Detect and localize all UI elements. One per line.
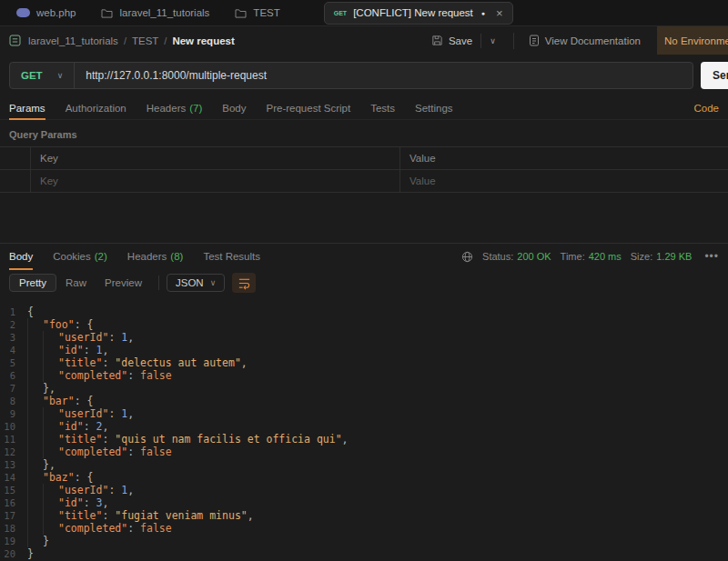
breadcrumb-collection[interactable]: laravel_11_tutorials — [28, 35, 118, 46]
line-number: 3 — [0, 331, 27, 344]
url-input[interactable] — [75, 69, 693, 82]
raw-button[interactable]: Raw — [56, 275, 96, 291]
request-builder: GET ∨ Send — [0, 55, 728, 96]
request-header-row: laravel_11_tutorials / TEST / New reques… — [0, 26, 728, 55]
tab-response-body[interactable]: Body — [9, 244, 33, 269]
unsaved-dot-icon: ● — [481, 10, 485, 16]
row-select-cell[interactable] — [0, 170, 31, 192]
folder-icon — [235, 8, 247, 18]
key-input[interactable] — [40, 175, 399, 186]
response-meta: Status: 200 OK Time: 420 ms Size: 1.29 K… — [461, 250, 719, 263]
tab-new-request-active[interactable]: GET [CONFLICT] New request ● × — [324, 2, 513, 25]
line-number: 15 — [0, 484, 27, 496]
value-input[interactable] — [410, 175, 728, 186]
code-line: 14"baz": { — [0, 471, 728, 484]
line-number: 10 — [0, 420, 27, 433]
code-link[interactable]: Code — [694, 103, 720, 114]
php-icon — [16, 8, 30, 17]
line-number: 12 — [0, 446, 27, 458]
wrap-lines-toggle[interactable] — [232, 273, 256, 293]
code-line: 10"id": 2, — [0, 420, 728, 433]
chevron-down-icon: ∨ — [210, 278, 217, 287]
tab-label: [CONFLICT] New request — [353, 7, 473, 18]
time-value: 420 ms — [589, 251, 622, 262]
code-line: 9"userId": 1, — [0, 407, 728, 420]
tab-laravel-11-tutorials[interactable]: laravel_11_tutorials — [88, 0, 222, 25]
tab-headers[interactable]: Headers(7) — [147, 96, 203, 119]
tab-label: TEST — [253, 7, 279, 18]
tab-test[interactable]: TEST — [222, 0, 292, 25]
line-number: 5 — [0, 356, 27, 369]
code-line: 13}, — [0, 458, 728, 471]
code-line: 8"bar": { — [0, 395, 728, 407]
status-value: 200 OK — [517, 251, 551, 262]
line-number: 7 — [0, 382, 27, 395]
breadcrumb-request-name[interactable]: New request — [172, 35, 234, 46]
save-button[interactable]: Save — [423, 35, 480, 46]
code-line: 12"completed": false — [0, 446, 728, 458]
value-column-header: Value — [400, 147, 728, 169]
tab-web-php[interactable]: web.php — [4, 0, 88, 25]
line-number: 8 — [0, 395, 27, 407]
tab-body[interactable]: Body — [222, 96, 246, 119]
chevron-down-icon: ∨ — [57, 71, 64, 80]
save-icon — [431, 35, 443, 46]
environment-selector[interactable]: No Environment — [657, 26, 728, 55]
pretty-button[interactable]: Pretty — [9, 274, 56, 292]
get-method-icon: GET — [334, 10, 347, 16]
folder-icon — [101, 8, 113, 18]
response-toolbar: Pretty Raw Preview JSON ∨ — [0, 269, 728, 296]
line-number: 13 — [0, 458, 27, 471]
tab-test-results[interactable]: Test Results — [203, 244, 260, 269]
code-line: 3"userId": 1, — [0, 331, 728, 344]
postman-app: web.php laravel_11_tutorials TEST GET [C… — [0, 0, 728, 560]
tab-response-headers[interactable]: Headers(8) — [127, 244, 184, 269]
header-actions: Save ∨ View Documentation No Environment — [423, 26, 728, 55]
line-number: 2 — [0, 318, 27, 331]
table-header-row: Key Value — [0, 147, 728, 170]
send-button[interactable]: Send — [701, 62, 728, 89]
tab-label: web.php — [36, 7, 76, 18]
view-documentation-button[interactable]: View Documentation — [523, 35, 646, 46]
request-tabs: Params Authorization Headers(7) Body Pre… — [0, 96, 728, 120]
url-bar: GET ∨ — [9, 62, 693, 89]
response-section: Body Cookies(2) Headers(8) Test Results … — [0, 243, 728, 560]
code-line: 1{ — [0, 306, 728, 318]
tab-tests[interactable]: Tests — [370, 96, 395, 119]
size-value: 1.29 KB — [656, 251, 692, 262]
tab-pre-request-script[interactable]: Pre-request Script — [267, 96, 351, 119]
tab-params[interactable]: Params — [9, 96, 46, 119]
tab-authorization[interactable]: Authorization — [66, 96, 126, 119]
tab-cookies[interactable]: Cookies(2) — [53, 244, 107, 269]
close-icon[interactable]: × — [496, 6, 503, 20]
preview-button[interactable]: Preview — [96, 275, 151, 291]
code-line: 4"id": 1, — [0, 344, 728, 356]
divider — [158, 275, 159, 290]
line-number: 11 — [0, 433, 27, 446]
documentation-icon — [529, 35, 540, 46]
line-number: 6 — [0, 369, 27, 382]
breadcrumb-separator: / — [164, 35, 167, 46]
code-line: 18"completed": false — [0, 522, 728, 535]
line-number: 16 — [0, 496, 27, 509]
more-options-icon[interactable]: ••• — [704, 250, 719, 263]
code-line: 11"title": "quis ut nam facilis et offic… — [0, 433, 728, 446]
format-select[interactable]: JSON ∨ — [167, 274, 225, 292]
method-select[interactable]: GET ∨ — [10, 63, 75, 88]
tab-label: laravel_11_tutorials — [119, 7, 209, 18]
response-code[interactable]: 1{2"foo": {3"userId": 1,4"id": 1,5"title… — [0, 296, 728, 560]
query-params-table: Key Value — [0, 146, 728, 193]
breadcrumb-folder[interactable]: TEST — [132, 35, 158, 46]
code-line: 20} — [0, 547, 728, 560]
value-cell — [400, 170, 728, 192]
code-line: 19} — [0, 535, 728, 547]
breadcrumb-separator: / — [124, 35, 126, 46]
line-number: 1 — [0, 306, 27, 318]
tab-settings[interactable]: Settings — [415, 96, 453, 119]
save-options-chevron-icon[interactable]: ∨ — [480, 34, 504, 48]
line-number: 18 — [0, 522, 27, 535]
query-params-title: Query Params — [0, 120, 728, 146]
code-line: 17"title": "fugiat veniam minus", — [0, 509, 728, 522]
network-globe-icon[interactable] — [461, 251, 473, 263]
window-tab-bar: web.php laravel_11_tutorials TEST GET [C… — [0, 0, 728, 26]
